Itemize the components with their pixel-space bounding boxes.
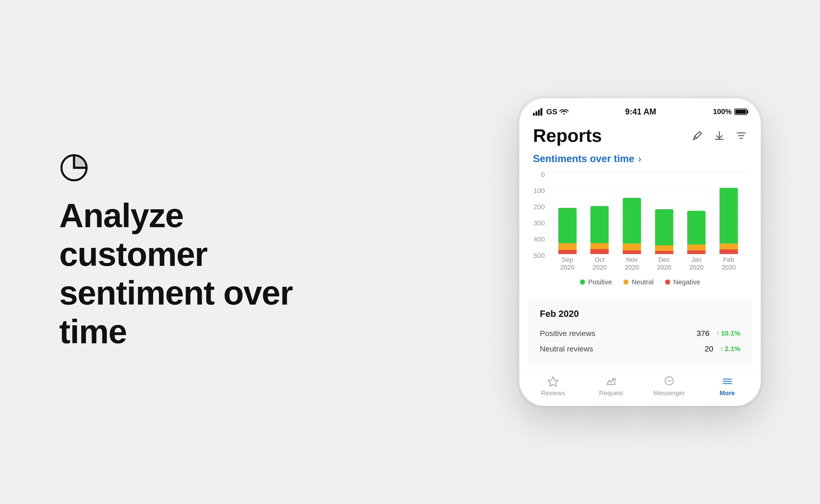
nav-item-messenger[interactable]: Messenger — [640, 375, 698, 397]
battery-percent: 100% — [713, 107, 732, 116]
stats-change-neutral: 2.1% — [720, 345, 740, 353]
svg-point-14 — [667, 380, 668, 381]
legend-neutral: Neutral — [624, 278, 654, 286]
bar-positive-4 — [687, 211, 705, 244]
x-label-5: Feb2020 — [720, 256, 738, 271]
bars-row — [549, 171, 747, 254]
svg-rect-2 — [533, 113, 535, 116]
svg-rect-4 — [538, 110, 540, 116]
nav-label-request: Request — [599, 389, 623, 397]
x-label-3: Dec2020 — [655, 256, 673, 271]
bar-negative-0 — [558, 250, 577, 254]
more-icon — [721, 375, 733, 387]
legend-positive: Positive — [580, 278, 612, 286]
battery-icon — [734, 109, 747, 115]
negative-dot — [665, 280, 670, 285]
svg-rect-3 — [536, 111, 537, 116]
stacked-bar-2 — [623, 198, 641, 254]
download-icon[interactable] — [713, 130, 725, 142]
stats-card: Feb 2020 Positive reviews 376 10.1% Neut… — [529, 300, 752, 365]
stacked-bar-0 — [558, 208, 577, 254]
svg-point-15 — [669, 380, 670, 381]
stats-label-positive: Positive reviews — [540, 329, 596, 338]
chart-title: Sentiments over time — [533, 153, 634, 164]
reviews-icon — [547, 375, 559, 387]
chart-title-row[interactable]: Sentiments over time › — [533, 153, 747, 164]
nav-label-reviews: Reviews — [541, 389, 565, 397]
stats-period: Feb 2020 — [540, 309, 740, 319]
x-labels-row: Sep2020Oct2020Nov2020Dec2020Jan2020Feb20… — [549, 256, 747, 271]
bars-area: Sep2020Oct2020Nov2020Dec2020Jan2020Feb20… — [549, 171, 747, 271]
positive-dot — [580, 280, 585, 285]
edit-icon[interactable] — [692, 130, 703, 142]
x-label-0: Sep2020 — [558, 256, 577, 271]
bar-neutral-5 — [720, 243, 738, 249]
bottom-nav: Reviews Request — [519, 369, 761, 406]
bar-neutral-4 — [687, 244, 705, 250]
chart-legend: Positive Neutral Negative — [533, 274, 747, 293]
phone-frame: GS 9:41 AM 100% — [519, 98, 761, 406]
stacked-bar-4 — [687, 211, 705, 254]
stats-row-positive: Positive reviews 376 10.1% — [540, 326, 740, 341]
x-label-1: Oct2020 — [590, 256, 609, 271]
page: Analyze customer sentiment over time GS — [0, 0, 820, 504]
stats-right-neutral: 20 2.1% — [705, 344, 740, 353]
nav-item-more[interactable]: More — [698, 375, 756, 397]
bar-group-1 — [590, 206, 609, 254]
bar-group-2 — [623, 198, 641, 254]
bar-group-0 — [558, 208, 577, 254]
stacked-bar-5 — [720, 188, 738, 254]
signal-label: GS — [546, 107, 557, 116]
filter-icon[interactable] — [735, 130, 747, 142]
legend-positive-label: Positive — [588, 278, 612, 286]
nav-item-reviews[interactable]: Reviews — [524, 375, 582, 397]
bar-neutral-3 — [655, 245, 673, 251]
chart-section: Sentiments over time › 500 400 300 200 1… — [519, 153, 761, 300]
headline: Analyze customer sentiment over time — [59, 196, 332, 351]
bar-group-5 — [720, 188, 738, 254]
stats-row-neutral: Neutral reviews 20 2.1% — [540, 341, 740, 356]
svg-point-6 — [563, 113, 565, 115]
bar-negative-3 — [655, 251, 673, 254]
legend-negative: Negative — [665, 278, 700, 286]
chevron-right-icon: › — [638, 153, 641, 164]
app-title: Reports — [533, 125, 602, 146]
bar-neutral-1 — [590, 243, 609, 249]
app-header: Reports — [519, 121, 761, 153]
grid-and-bars — [549, 171, 747, 254]
status-battery: 100% — [713, 107, 747, 116]
nav-label-more: More — [720, 389, 735, 397]
status-time: 9:41 AM — [625, 107, 656, 117]
bar-positive-5 — [720, 188, 738, 243]
bar-group-4 — [687, 211, 705, 254]
stats-label-neutral: Neutral reviews — [540, 344, 593, 353]
nav-label-messenger: Messenger — [653, 389, 685, 397]
y-axis: 500 400 300 200 100 0 — [533, 171, 549, 271]
bar-negative-5 — [720, 249, 738, 254]
pie-chart-icon — [59, 153, 89, 183]
svg-point-16 — [670, 380, 671, 381]
stats-value-neutral: 20 — [705, 344, 713, 353]
right-content: GS 9:41 AM 100% — [419, 98, 761, 406]
bar-negative-2 — [623, 250, 641, 254]
stacked-bar-3 — [655, 209, 673, 254]
svg-marker-10 — [548, 377, 558, 386]
neutral-dot — [624, 280, 629, 285]
bar-neutral-2 — [623, 243, 641, 250]
bar-positive-2 — [623, 198, 641, 243]
bar-positive-0 — [558, 208, 577, 243]
status-signal: GS — [533, 107, 568, 116]
legend-negative-label: Negative — [673, 278, 700, 286]
bar-negative-1 — [590, 249, 609, 254]
stats-change-positive: 10.1% — [716, 329, 740, 337]
header-icons — [692, 130, 747, 142]
bar-chart: 500 400 300 200 100 0 — [533, 171, 747, 271]
status-bar: GS 9:41 AM 100% — [519, 98, 761, 121]
left-content: Analyze customer sentiment over time — [59, 153, 419, 351]
bar-group-3 — [655, 209, 673, 254]
nav-item-request[interactable]: Request — [582, 375, 640, 397]
stats-right-positive: 376 10.1% — [697, 329, 740, 338]
request-icon — [605, 375, 617, 387]
stats-value-positive: 376 — [697, 329, 710, 338]
bar-negative-4 — [687, 250, 705, 254]
